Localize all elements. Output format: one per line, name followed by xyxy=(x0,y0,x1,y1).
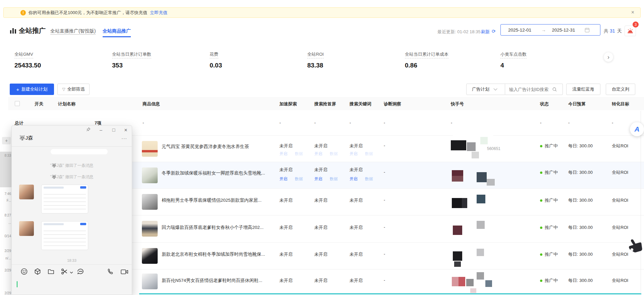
plan-type-select[interactable]: 广告计划 xyxy=(466,84,505,95)
data-link[interactable]: 数据 xyxy=(295,151,303,157)
stats-next-chevron-icon[interactable]: › xyxy=(604,52,613,62)
data-link[interactable]: 数据 xyxy=(295,176,303,182)
chat-window: – □ × 🐺J森 ··· "🐺J森" 撤回了一条消息 "🐺J森" 撤回了一条消… xyxy=(11,125,132,295)
custom-columns-button[interactable]: 自定义列 xyxy=(606,84,635,95)
maximize-icon[interactable]: □ xyxy=(110,127,118,133)
product-title[interactable]: 新百伦N574男女百搭情侣老爹鞋时尚百搭休闲鞋... xyxy=(162,278,279,284)
filter-button[interactable]: ▽ 全部筛选 xyxy=(57,84,90,95)
new-plan-label: 新建全站计划 xyxy=(21,86,47,92)
filter-icon: ▽ xyxy=(62,87,65,92)
stat-value: 4 xyxy=(500,62,527,69)
scissors-chevron-down-icon[interactable] xyxy=(69,270,77,277)
data-link[interactable]: 数据 xyxy=(365,176,373,182)
traffic-red-blue-button[interactable]: 流量红蓝海 xyxy=(566,84,600,95)
emoji-icon[interactable] xyxy=(20,268,28,275)
product-title[interactable]: 新款老北京布鞋女棉鞋冬季加绒加厚时尚雪地靴保... xyxy=(162,251,279,257)
status-text: 推广中 xyxy=(545,198,558,203)
enable-link[interactable]: 开启 xyxy=(279,176,287,182)
chat-history-icon[interactable] xyxy=(77,268,84,275)
tab-live-promotion[interactable]: 全站直播推广(智投版) xyxy=(50,28,96,34)
search-icon[interactable] xyxy=(552,87,557,92)
chat-add-button[interactable]: + xyxy=(2,137,11,144)
status-dot xyxy=(540,171,542,174)
folder-icon[interactable] xyxy=(47,268,55,275)
data-link[interactable]: 数据 xyxy=(330,176,338,182)
refresh-button[interactable]: 刷新 xyxy=(481,29,490,35)
new-plan-button[interactable]: + 新建全站计划 xyxy=(10,84,54,95)
status-cell: 推广中 xyxy=(540,251,558,257)
pin-icon[interactable] xyxy=(84,127,92,133)
goal-cell: 全站ROI xyxy=(612,225,628,231)
close-icon[interactable]: × xyxy=(122,127,130,133)
voice-call-icon[interactable] xyxy=(107,268,114,275)
product-thumbnail xyxy=(142,194,158,210)
chat-list-time[interactable]: n/... xyxy=(5,256,11,260)
censored-block xyxy=(462,198,467,208)
kuaishou-id-fragment: 560651 xyxy=(487,146,500,151)
avatar xyxy=(19,221,34,236)
video-call-icon[interactable] xyxy=(120,268,128,276)
data-link[interactable]: 数据 xyxy=(330,151,338,157)
enable-link[interactable]: 开启 xyxy=(350,151,358,157)
stat-cost: 花费 0.03 xyxy=(210,51,222,69)
status-text: 推广中 xyxy=(545,252,558,257)
enable-link[interactable]: 开启 xyxy=(350,176,358,182)
plan-search-input[interactable] xyxy=(509,87,552,92)
chat-input-area[interactable] xyxy=(12,279,132,295)
enable-link[interactable]: 开启 xyxy=(314,176,322,182)
message-image[interactable] xyxy=(41,221,88,250)
mini-table-lines xyxy=(44,191,86,211)
chat-list-time[interactable]: 0/14 xyxy=(5,234,11,238)
tab-product-promotion[interactable]: 全站商品推广 xyxy=(103,28,131,37)
enable-link[interactable]: 开启 xyxy=(279,151,287,157)
date-range-picker[interactable]: 2025-12-01 → 2025-12-31 xyxy=(500,24,600,36)
recall-message: "🐺J森" 撤回了一条消息 xyxy=(12,163,132,168)
total-dash: - xyxy=(279,120,281,125)
total-days-prefix: 共 xyxy=(604,28,608,34)
warning-icon: ! xyxy=(20,10,26,15)
stat-value: 83.38 xyxy=(307,62,324,69)
date-start[interactable]: 2025-12-01 xyxy=(508,28,531,33)
chevron-down-icon xyxy=(493,87,497,90)
chat-list-time[interactable]: 7:46 xyxy=(5,192,11,196)
col-header-search-keyword: 搜索关键词 xyxy=(350,101,371,107)
banner-close-icon[interactable]: × xyxy=(631,9,634,15)
select-all-checkbox[interactable] xyxy=(15,101,20,106)
text-caret xyxy=(17,281,17,287)
minimize-icon[interactable]: – xyxy=(97,127,105,133)
chat-list-time[interactable]: F... xyxy=(7,199,11,202)
diagnosis-cell: - xyxy=(384,169,385,175)
data-link[interactable]: 数据 xyxy=(365,151,373,157)
stat-value: 0.03 xyxy=(210,62,222,69)
chat-list-time[interactable]: 2/29 xyxy=(5,249,11,253)
assistant-float-button[interactable]: A xyxy=(630,122,644,136)
diagnosis-cell: - xyxy=(384,251,385,256)
product-title[interactable]: 元气四宝 茶黄芪党参西洋参麦冬泡水养生茶 xyxy=(162,144,279,150)
chat-list-time[interactable]: 2/29 xyxy=(5,291,11,295)
custom-columns-label: 自定义列 xyxy=(612,86,629,92)
refresh-icon[interactable]: ⟳ xyxy=(492,29,496,34)
recall-message: "🐺J森" 撤回了一条消息 xyxy=(12,174,132,180)
goal-cell: 全站ROI xyxy=(612,251,628,257)
enable-link[interactable]: 开启 xyxy=(314,151,322,157)
product-title[interactable]: 棉拖鞋男士冬季厚底保暖情侣2025新款室内家居... xyxy=(162,197,279,203)
censored-block xyxy=(453,251,462,261)
message-image[interactable] xyxy=(41,185,88,213)
chat-more-icon[interactable]: ··· xyxy=(121,136,127,141)
goal-cell: 全站ROI xyxy=(612,278,628,284)
chat-list-time[interactable]: 8:27 xyxy=(5,213,11,217)
date-end[interactable]: 2025-12-31 xyxy=(552,28,575,33)
box-icon[interactable] xyxy=(34,268,41,275)
product-thumbnail xyxy=(142,221,158,237)
chat-list-time[interactable]: 8:33 xyxy=(5,154,11,157)
mini-table-lines xyxy=(44,228,86,248)
total-dash: - xyxy=(384,120,385,125)
recharge-link[interactable]: 立即充值 xyxy=(150,10,167,16)
chat-list-time[interactable]: 2/29 xyxy=(5,268,11,272)
product-title[interactable]: 冬季新款加绒保暖乐福鞋女一脚蹬厚底包头雪地靴... xyxy=(162,170,279,176)
last-updated-text: 最近更新: 01-02 18:35 xyxy=(437,29,481,35)
search-screen-status: 未开启 xyxy=(314,167,327,173)
chat-list-time[interactable]: ... xyxy=(8,221,11,225)
product-title[interactable]: 回力瑞爆款百搭厚底老爹鞋女春秋小个子增高202... xyxy=(162,225,279,231)
screenshot-scissors-icon[interactable] xyxy=(61,268,68,275)
